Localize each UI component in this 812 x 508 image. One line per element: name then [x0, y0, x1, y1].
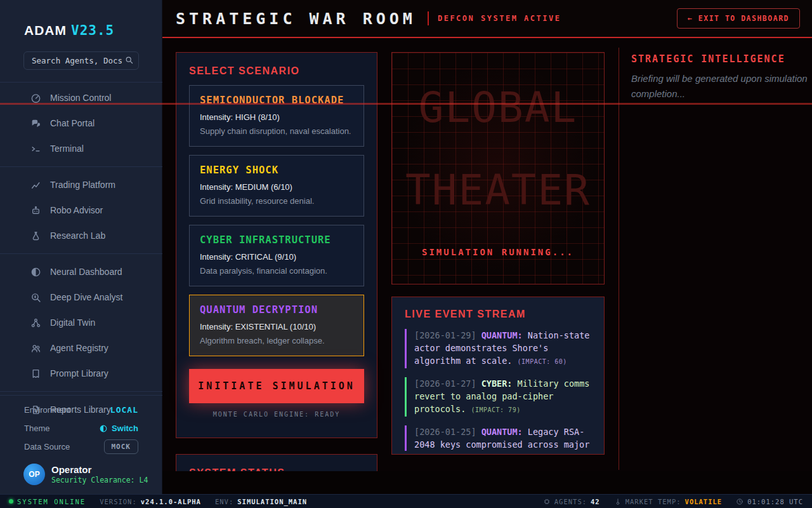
- select-scenario-title: SELECT SCENARIO: [189, 65, 364, 77]
- event-impact: (IMPACT: 79): [471, 406, 520, 413]
- datasource-mock-button[interactable]: MOCK: [104, 439, 139, 454]
- live-event-stream-title: LIVE EVENT STREAM: [405, 309, 591, 320]
- scenario-card-energy-shock[interactable]: ENERGY SHOCK Intensity: MEDIUM (6/10) Gr…: [189, 155, 364, 217]
- bottom-fade-overlay: [162, 471, 812, 494]
- status-bar: SYSTEM ONLINE VERSION: v24.1.0-ALPHA ENV…: [0, 494, 812, 508]
- users-icon: [30, 343, 41, 354]
- sidebar-item-mission-control[interactable]: Mission Control: [0, 85, 162, 110]
- status-bar-left: SYSTEM ONLINE VERSION: v24.1.0-ALPHA ENV…: [9, 498, 307, 505]
- half-circle-icon: [30, 267, 41, 277]
- event-item: [2026-01-25] QUANTUM: Legacy RSA-2048 ke…: [405, 425, 591, 451]
- gauge-icon: [30, 93, 41, 104]
- utc-time: 01:01:28 UTC: [747, 498, 803, 505]
- theme-switch-button[interactable]: Switch: [99, 424, 138, 433]
- sidebar-footer: Environment LOCAL Theme Switch Data Sour…: [0, 395, 162, 485]
- sidebar-divider: [0, 82, 162, 83]
- sidebar: ADAMV23.5 Mission Control Chat Portal Te…: [0, 0, 162, 494]
- theater-watermark-line1: GLOBAL: [392, 83, 604, 132]
- sidebar-divider: [0, 253, 162, 254]
- scenario-card-quantum-decryption[interactable]: QUANTUM DECRYPTION Intensity: EXISTENTIA…: [189, 295, 364, 356]
- env-cell: ENV: SIMULATION_MAIN: [215, 498, 307, 505]
- event-impact: (IMPACT: 60): [518, 358, 567, 365]
- event-category: QUANTUM:: [481, 330, 523, 340]
- scenario-card-cyber-infrastructure[interactable]: CYBER INFRASTRUCTURE Intensity: CRITICAL…: [189, 225, 364, 286]
- event-date: [2026-01-29]: [414, 330, 476, 340]
- clock-icon: [736, 498, 743, 505]
- event-item: [2026-01-29] QUANTUM: Nation-state actor…: [405, 329, 591, 368]
- search-icon: [125, 56, 134, 65]
- event-item: [2026-01-27] CYBER: Military comms rever…: [405, 377, 591, 417]
- operator-block[interactable]: OP Operator Security Clearance: L4: [0, 456, 162, 485]
- sidebar-item-label: Prompt Library: [50, 368, 108, 378]
- main-content: SELECT SCENARIO SEMICONDUCTOR BLOCKADE I…: [162, 38, 812, 494]
- agents-value: 42: [591, 498, 600, 505]
- magnifier-icon: [30, 292, 41, 303]
- agents-cell: AGENTS: 42: [543, 498, 600, 505]
- theme-switch-label: Switch: [112, 424, 138, 433]
- theme-label: Theme: [24, 424, 49, 433]
- global-theater-map: GLOBAL THEATER SIMULATION RUNNING...: [391, 52, 605, 284]
- sidebar-item-label: Digital Twin: [50, 318, 95, 328]
- strategic-intelligence-body: Briefing will be generated upon simulati…: [631, 71, 812, 102]
- strategic-war-room-app: ADAMV23.5 Mission Control Chat Portal Te…: [0, 0, 812, 508]
- theme-row: Theme Switch: [0, 419, 162, 438]
- header-separator: [428, 11, 429, 25]
- sidebar-item-trading-platform[interactable]: Trading Platform: [0, 172, 162, 197]
- datasource-label: Data Source: [24, 442, 70, 451]
- sidebar-item-research-lab[interactable]: Research Lab: [0, 223, 162, 248]
- sidebar-item-label: Neural Dashboard: [50, 267, 122, 277]
- network-icon: [30, 318, 41, 328]
- half-moon-icon: [99, 424, 108, 433]
- initiate-simulation-button[interactable]: INITIATE SIMULATION: [189, 369, 364, 403]
- scenario-name: CYBER INFRASTRUCTURE: [200, 234, 353, 246]
- scenario-intensity: Intensity: HIGH (8/10): [200, 112, 353, 122]
- sidebar-divider: [0, 395, 162, 396]
- environment-row: Environment LOCAL: [0, 401, 162, 419]
- sidebar-item-label: Agent Registry: [50, 343, 108, 353]
- scenario-intensity: Intensity: EXISTENTIAL (10/10): [200, 322, 353, 331]
- scenario-card-semiconductor-blockade[interactable]: SEMICONDUCTOR BLOCKADE Intensity: HIGH (…: [189, 85, 364, 147]
- sidebar-item-deep-dive-analyst[interactable]: Deep Dive Analyst: [0, 284, 162, 310]
- exit-to-dashboard-button[interactable]: ← EXIT TO DASHBOARD: [677, 8, 800, 29]
- sidebar-item-label: Terminal: [50, 144, 84, 154]
- operator-clearance: Security Clearance: L4: [51, 476, 148, 485]
- sidebar-nav: Mission Control Chat Portal Terminal Tra…: [0, 85, 162, 422]
- sidebar-item-terminal[interactable]: Terminal: [0, 136, 162, 161]
- env-value: SIMULATION_MAIN: [237, 498, 307, 505]
- search-input[interactable]: [24, 52, 138, 69]
- chip-icon: [543, 498, 551, 505]
- sidebar-item-digital-twin[interactable]: Digital Twin: [0, 310, 162, 335]
- sidebar-item-prompt-library[interactable]: Prompt Library: [0, 361, 162, 386]
- operator-name: Operator: [51, 464, 148, 476]
- scroll-icon: [30, 368, 41, 379]
- brand-version: V23.5: [71, 23, 114, 38]
- flask-icon: [30, 231, 41, 241]
- select-scenario-panel: SELECT SCENARIO SEMICONDUCTOR BLOCKADE I…: [176, 52, 377, 438]
- sidebar-item-label: Mission Control: [50, 93, 111, 103]
- sidebar-item-label: Trading Platform: [50, 180, 115, 190]
- sidebar-item-agent-registry[interactable]: Agent Registry: [0, 335, 162, 361]
- simulation-running-status: SIMULATION RUNNING...: [392, 247, 604, 257]
- event-date: [2026-01-27]: [414, 378, 476, 389]
- scenario-description: Grid instability, resource denial.: [200, 195, 353, 207]
- search-box: [23, 51, 139, 70]
- sidebar-item-neural-dashboard[interactable]: Neural Dashboard: [0, 259, 162, 284]
- version-value: v24.1.0-ALPHA: [141, 498, 201, 505]
- online-dot-icon: [9, 499, 13, 504]
- chat-icon: [30, 118, 41, 129]
- sidebar-item-robo-advisor[interactable]: Robo Advisor: [0, 197, 162, 223]
- engine-status: MONTE CARLO ENGINE: READY: [189, 411, 364, 418]
- vertical-divider: [619, 48, 619, 470]
- scenario-description: Algorithm breach, ledger collapse.: [200, 335, 353, 347]
- sidebar-divider: [0, 166, 162, 167]
- brand-name: ADAM: [24, 23, 67, 37]
- environment-value: LOCAL: [110, 405, 138, 415]
- thermometer-icon: [614, 498, 622, 505]
- scenario-name: ENERGY SHOCK: [200, 164, 353, 176]
- environment-label: Environment: [24, 405, 70, 415]
- scenario-name: SEMICONDUCTOR BLOCKADE: [200, 95, 353, 106]
- status-bar-right: AGENTS: 42 MARKET TEMP: VOLATILE 01:01:2…: [543, 498, 803, 505]
- env-label: ENV:: [215, 498, 233, 505]
- sidebar-item-chat-portal[interactable]: Chat Portal: [0, 110, 162, 136]
- sidebar-item-label: Research Lab: [50, 231, 105, 241]
